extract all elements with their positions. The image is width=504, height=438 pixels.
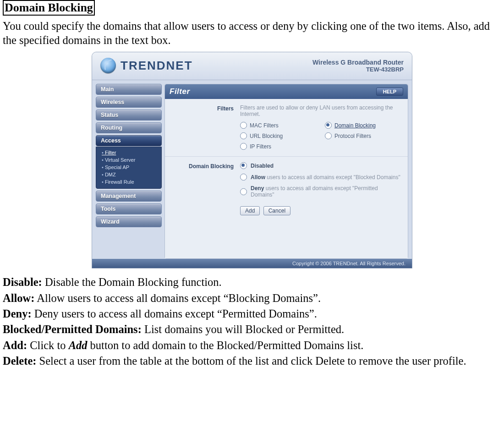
subnav-filter[interactable]: Filter (96, 149, 161, 156)
nav-management[interactable]: Management (96, 191, 162, 202)
nav-wizard[interactable]: Wizard (96, 216, 162, 227)
radio-ip-filters[interactable] (240, 143, 247, 150)
domain-blocking-section-label: Domain Blocking (165, 162, 240, 215)
router-screenshot: TRENDNET Wireless G Broadband Router TEW… (92, 52, 412, 268)
help-button[interactable]: HELP (376, 88, 403, 96)
nav-wireless[interactable]: Wireless (96, 97, 162, 108)
globe-logo-icon (100, 58, 116, 73)
filter-panel: Filter HELP Filters Filters are used to … (164, 84, 408, 259)
subnav-firewall-rule[interactable]: Firewall Rule (96, 178, 161, 186)
intro-paragraph: You could specify the domains that allow… (3, 19, 501, 47)
radio-domain-blocking[interactable] (325, 122, 332, 129)
label-db-deny: Deny users to access all domains except … (251, 185, 400, 198)
filters-description: Filters are used to allow or deny LAN us… (240, 104, 400, 117)
filters-section-label: Filters (165, 104, 240, 150)
label-ip-filters: IP Filters (250, 143, 271, 150)
radio-url-blocking[interactable] (240, 132, 247, 139)
subnav-special-ap[interactable]: Special AP (96, 164, 161, 171)
router-footer: Copyright © 2006 TRENDnet. All Rights Re… (92, 259, 412, 268)
product-line: Wireless G Broadband Router (312, 59, 404, 66)
label-db-allow: Allow users to access all domains except… (251, 174, 400, 181)
label-protocol-filters: Protocol Filters (334, 133, 371, 139)
cancel-button[interactable]: Cancel (263, 206, 290, 215)
label-db-disabled: Disabled (251, 163, 274, 169)
panel-title: Filter (170, 87, 190, 96)
definitions-block: Disable: Disable the Domain Blocking fun… (3, 275, 501, 368)
radio-db-allow[interactable] (240, 174, 247, 181)
nav-status[interactable]: Status (96, 110, 162, 120)
nav-tools[interactable]: Tools (96, 203, 162, 214)
label-domain-blocking: Domain Blocking (334, 122, 376, 129)
access-subnav: Filter Virtual Server Special AP DMZ Fir… (96, 147, 162, 189)
nav-main[interactable]: Main (96, 84, 162, 95)
radio-db-deny[interactable] (240, 188, 247, 195)
radio-db-disabled[interactable] (240, 162, 247, 169)
model-number: TEW-432BRP (312, 66, 404, 73)
radio-protocol-filters[interactable] (325, 132, 332, 139)
sidebar: Main Wireless Status Routing Access Filt… (92, 80, 162, 259)
label-mac-filters: MAC Filters (250, 122, 279, 129)
router-header: TRENDNET Wireless G Broadband Router TEW… (92, 52, 412, 80)
add-button[interactable]: Add (240, 206, 260, 215)
subnav-dmz[interactable]: DMZ (96, 171, 161, 178)
nav-access[interactable]: Access (96, 135, 162, 146)
nav-routing[interactable]: Routing (96, 122, 162, 133)
subnav-virtual-server[interactable]: Virtual Server (96, 156, 161, 164)
label-url-blocking: URL Blocking (250, 133, 283, 139)
brand: TRENDNET (100, 58, 193, 73)
radio-mac-filters[interactable] (240, 122, 247, 129)
brand-text: TRENDNET (121, 59, 193, 73)
page-heading: Domain Blocking (3, 0, 95, 16)
